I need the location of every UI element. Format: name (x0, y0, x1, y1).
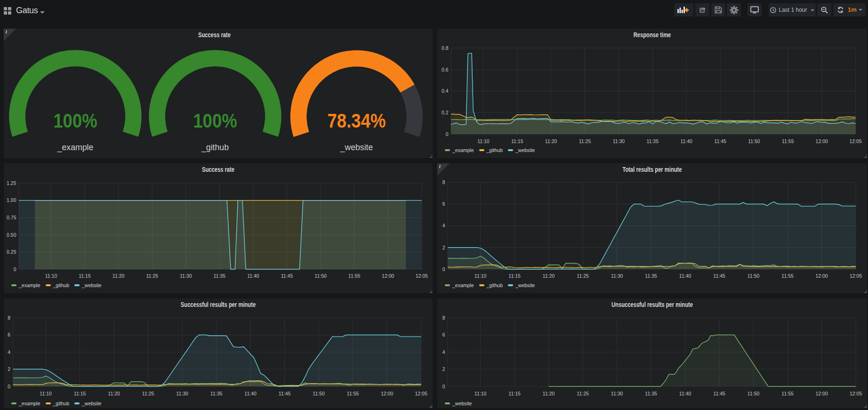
svg-text:11:40: 11:40 (247, 273, 259, 279)
svg-text:_github: _github (201, 142, 229, 153)
svg-text:0: 0 (442, 266, 445, 272)
svg-text:0: 0 (14, 266, 16, 272)
svg-text:11:25: 11:25 (577, 273, 589, 279)
svg-text:0.2: 0.2 (442, 110, 449, 115)
svg-text:11:20: 11:20 (543, 391, 555, 396)
svg-text:11:50: 11:50 (747, 391, 760, 396)
svg-text:8: 8 (442, 179, 445, 185)
svg-text:11:30: 11:30 (176, 391, 188, 396)
svg-text:12:05: 12:05 (850, 391, 862, 396)
svg-text:11:30: 11:30 (611, 391, 623, 396)
svg-text:1.00: 1.00 (7, 197, 16, 203)
svg-text:4: 4 (442, 349, 445, 355)
svg-text:11:20: 11:20 (543, 273, 555, 279)
svg-text:12:00: 12:00 (382, 273, 394, 279)
svg-text:12:05: 12:05 (849, 138, 861, 144)
svg-text:11:55: 11:55 (347, 391, 359, 396)
svg-text:12:00: 12:00 (381, 391, 393, 396)
svg-text:11:55: 11:55 (782, 138, 794, 144)
svg-text:6: 6 (442, 332, 445, 338)
svg-text:11:15: 11:15 (74, 391, 86, 396)
svg-text:11:50: 11:50 (314, 273, 327, 279)
svg-text:11:35: 11:35 (645, 391, 657, 396)
svg-text:11:25: 11:25 (577, 391, 589, 396)
svg-text:4: 4 (442, 223, 445, 228)
svg-text:100%: 100% (193, 109, 237, 131)
svg-text:11:50: 11:50 (313, 391, 325, 396)
svg-text:11:45: 11:45 (714, 138, 726, 144)
svg-text:11:40: 11:40 (679, 273, 691, 279)
svg-text:_website: _website (340, 142, 373, 153)
svg-text:11:50: 11:50 (748, 138, 760, 144)
svg-text:_example: _example (57, 142, 94, 153)
svg-text:2: 2 (8, 366, 10, 372)
svg-text:11:35: 11:35 (645, 273, 657, 279)
svg-text:11:55: 11:55 (781, 273, 794, 279)
svg-text:11:25: 11:25 (142, 391, 154, 396)
svg-text:8: 8 (8, 315, 10, 321)
svg-text:11:50: 11:50 (747, 273, 760, 279)
svg-text:11:45: 11:45 (281, 273, 293, 279)
svg-text:11:40: 11:40 (244, 391, 257, 396)
svg-text:11:20: 11:20 (108, 391, 120, 396)
svg-text:0: 0 (446, 131, 449, 137)
svg-text:0: 0 (8, 384, 10, 389)
svg-text:11:45: 11:45 (279, 391, 291, 396)
svg-text:6: 6 (8, 332, 10, 338)
svg-text:11:30: 11:30 (611, 273, 623, 279)
svg-text:11:20: 11:20 (113, 273, 125, 279)
svg-text:11:30: 11:30 (613, 138, 625, 144)
svg-text:11:35: 11:35 (210, 391, 223, 396)
svg-text:11:40: 11:40 (680, 138, 692, 144)
svg-text:11:15: 11:15 (508, 391, 521, 396)
svg-text:12:00: 12:00 (815, 273, 828, 279)
svg-text:11:55: 11:55 (781, 391, 794, 396)
svg-text:0.8: 0.8 (442, 45, 449, 51)
svg-text:0.50: 0.50 (7, 232, 16, 238)
svg-text:4: 4 (8, 349, 10, 355)
svg-text:12:05: 12:05 (415, 391, 427, 396)
svg-text:11:10: 11:10 (45, 273, 57, 279)
svg-text:11:40: 11:40 (679, 391, 691, 396)
svg-text:100%: 100% (53, 109, 97, 131)
svg-text:11:10: 11:10 (474, 391, 487, 396)
svg-text:0.6: 0.6 (442, 67, 449, 72)
svg-text:11:15: 11:15 (508, 273, 521, 279)
svg-text:78.34%: 78.34% (328, 110, 386, 132)
svg-text:11:55: 11:55 (348, 273, 361, 279)
svg-text:11:10: 11:10 (40, 391, 52, 396)
svg-text:12:05: 12:05 (850, 273, 862, 279)
svg-text:11:15: 11:15 (79, 273, 91, 279)
svg-text:11:45: 11:45 (713, 273, 725, 279)
svg-text:0.75: 0.75 (7, 215, 16, 220)
svg-text:1.25: 1.25 (7, 180, 16, 186)
svg-text:11:45: 11:45 (713, 391, 725, 396)
svg-text:12:00: 12:00 (815, 391, 828, 396)
svg-text:2: 2 (442, 245, 445, 250)
svg-text:6: 6 (442, 201, 445, 207)
svg-text:2: 2 (442, 366, 445, 372)
svg-text:11:15: 11:15 (511, 138, 523, 144)
svg-text:11:25: 11:25 (146, 273, 158, 279)
svg-text:12:00: 12:00 (816, 138, 828, 144)
svg-text:11:35: 11:35 (214, 273, 226, 279)
svg-text:0.4: 0.4 (442, 88, 449, 94)
svg-text:0: 0 (442, 384, 445, 389)
svg-text:11:10: 11:10 (474, 273, 487, 279)
svg-text:0.25: 0.25 (7, 249, 16, 255)
svg-text:11:10: 11:10 (477, 138, 490, 144)
svg-text:11:30: 11:30 (180, 273, 192, 279)
svg-text:11:35: 11:35 (647, 138, 659, 144)
svg-text:8: 8 (442, 315, 445, 321)
svg-text:11:25: 11:25 (579, 138, 591, 144)
svg-text:11:20: 11:20 (545, 138, 557, 144)
svg-text:12:05: 12:05 (416, 273, 428, 279)
